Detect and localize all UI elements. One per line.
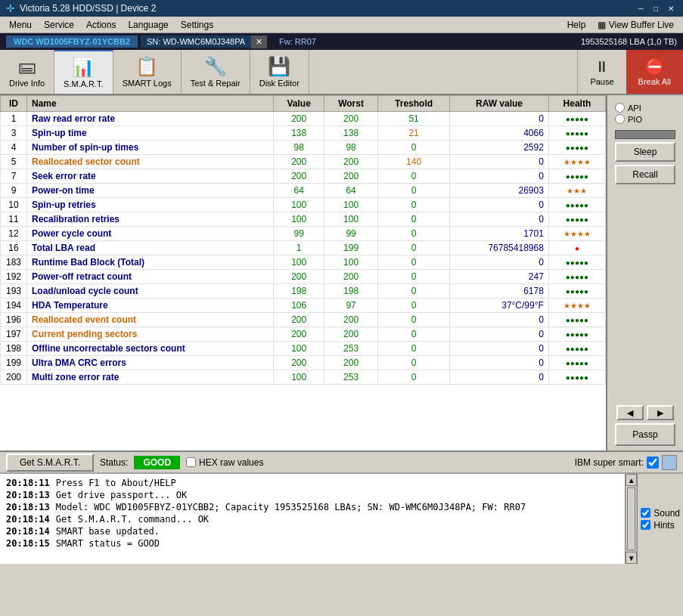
view-buffer-button[interactable]: ▦ View Buffer Live	[591, 18, 680, 32]
cell-raw: 247	[450, 270, 549, 284]
table-row[interactable]: 4 Number of spin-up times 98 98 0 2592 ●…	[1, 141, 606, 155]
smart-button[interactable]: 📊 S.M.A.R.T.	[54, 50, 113, 94]
main-content: ID Name Value Worst Treshold RAW value H…	[0, 95, 683, 450]
cell-raw: 0	[450, 112, 549, 126]
cell-name: Spin-up retries	[27, 198, 274, 212]
cell-value: 198	[274, 284, 324, 299]
table-row[interactable]: 7 Seek error rate 200 200 0 0 ●●●●●	[1, 169, 606, 184]
table-row[interactable]: 16 Total LBA read 1 199 0 76785418968 ●	[1, 241, 606, 255]
cell-id: 196	[1, 313, 27, 327]
table-row[interactable]: 11 Recalibration retries 100 100 0 0 ●●●…	[1, 212, 606, 227]
pause-label: Pause	[590, 77, 613, 86]
hex-checkbox-label[interactable]: HEX raw values	[186, 457, 263, 468]
menu-item-language[interactable]: Language	[122, 18, 174, 32]
cell-health: ●●●●●	[548, 370, 605, 385]
table-row[interactable]: 193 Load/unload cycle count 198 198 0 61…	[1, 284, 606, 299]
cell-id: 3	[1, 126, 27, 141]
hints-checkbox[interactable]	[641, 520, 650, 530]
menu-item-actions[interactable]: Actions	[80, 18, 122, 32]
drive-info-icon: 🖴	[18, 56, 36, 77]
table-row[interactable]: 194 HDA Temperature 106 97 0 37°C/99°F ★…	[1, 299, 606, 313]
ibm-square-button[interactable]	[662, 455, 677, 470]
smart-logs-button[interactable]: 📋 SMART Logs	[113, 50, 182, 94]
api-radio[interactable]	[615, 103, 625, 113]
close-button[interactable]: ✕	[665, 2, 677, 14]
cell-value: 200	[274, 327, 324, 342]
pio-radio-item[interactable]: PIO	[615, 114, 675, 124]
cell-name: Spin-up time	[27, 126, 274, 141]
drive-close-button[interactable]: ✕	[251, 36, 267, 48]
cell-worst: 97	[324, 299, 378, 313]
disk-editor-icon: 💾	[268, 56, 290, 77]
log-line: 20:18:11Press F1 to About/HELP	[6, 477, 619, 489]
cell-id: 197	[1, 327, 27, 342]
cell-health: ●●●●●	[548, 212, 605, 227]
cell-threshold: 0	[377, 284, 449, 299]
hints-check-item[interactable]: Hints	[641, 520, 680, 531]
cell-threshold: 0	[377, 227, 449, 241]
drive-name[interactable]: WDC WD1005FBYZ-01YCBB2	[6, 36, 138, 48]
cell-health: ★★★★	[548, 227, 605, 241]
api-radio-item[interactable]: API	[615, 103, 675, 113]
header-worst: Worst	[324, 96, 378, 112]
test-repair-button[interactable]: 🔧 Test & Repair	[182, 50, 250, 94]
ibm-label: IBM super smart:	[575, 457, 644, 468]
cell-name: Multi zone error rate	[27, 370, 274, 385]
table-row[interactable]: 196 Reallocated event count 200 200 0 0 …	[1, 313, 606, 327]
cell-raw: 0	[450, 198, 549, 212]
cell-name: Runtime Bad Block (Total)	[27, 255, 274, 270]
passp-button[interactable]: Passp	[615, 423, 675, 446]
table-row[interactable]: 10 Spin-up retries 100 100 0 0 ●●●●●	[1, 198, 606, 212]
table-row[interactable]: 12 Power cycle count 99 99 0 1701 ★★★★	[1, 227, 606, 241]
maximize-button[interactable]: □	[650, 2, 662, 14]
sound-check-item[interactable]: Sound	[641, 508, 680, 518]
get-smart-button[interactable]: Get S.M.A.R.T.	[6, 453, 94, 472]
drive-lba: 1953525168 LBA (1,0 TB)	[581, 37, 677, 46]
pio-radio[interactable]	[615, 114, 625, 124]
table-row[interactable]: 198 Offline uncorrectable sectors count …	[1, 342, 606, 356]
table-row[interactable]: 3 Spin-up time 138 138 21 4066 ●●●●●	[1, 126, 606, 141]
cell-name: Power-on time	[27, 184, 274, 198]
drive-info-button[interactable]: 🖴 Drive Info	[0, 50, 54, 94]
table-row[interactable]: 192 Power-off retract count 200 200 0 24…	[1, 270, 606, 284]
table-row[interactable]: 199 Ultra DMA CRC errors 200 200 0 0 ●●●…	[1, 356, 606, 370]
menu-item-settings[interactable]: Settings	[175, 18, 219, 32]
table-row[interactable]: 5 Reallocated sector count 200 200 140 0…	[1, 155, 606, 169]
table-row[interactable]: 197 Current pending sectors 200 200 0 0 …	[1, 327, 606, 342]
table-row[interactable]: 200 Multi zone error rate 100 253 0 0 ●●…	[1, 370, 606, 385]
cell-value: 64	[274, 184, 324, 198]
scroll-down-button[interactable]: ▼	[626, 552, 637, 564]
log-scrollbar[interactable]: ▲ ▼	[625, 474, 637, 564]
smart-logs-icon: 📋	[135, 56, 158, 77]
disk-editor-button[interactable]: 💾 Disk Editor	[250, 50, 309, 94]
status-label: Status:	[100, 457, 128, 468]
small-btn-left[interactable]: ◀	[616, 405, 644, 420]
log-line: 20:18:14Get S.M.A.R.T. command... OK	[6, 513, 619, 525]
pause-button[interactable]: ⏸ Pause	[577, 50, 626, 94]
cell-raw: 4066	[450, 126, 549, 141]
sound-checkbox[interactable]	[641, 508, 650, 518]
minimize-button[interactable]: ─	[635, 2, 647, 14]
ibm-checkbox[interactable]	[647, 457, 659, 469]
cell-health: ●●●●●	[548, 255, 605, 270]
small-btn-right[interactable]: ▶	[647, 405, 674, 420]
smart-table-container[interactable]: ID Name Value Worst Treshold RAW value H…	[0, 95, 607, 450]
smart-icon: 📊	[72, 57, 95, 78]
table-row[interactable]: 1 Raw read error rate 200 200 51 0 ●●●●●	[1, 112, 606, 126]
menu-item-help[interactable]: Help	[561, 18, 592, 32]
break-all-button[interactable]: ⛔ Break All	[626, 50, 683, 94]
hex-checkbox[interactable]	[186, 457, 196, 467]
cell-value: 99	[274, 227, 324, 241]
cell-value: 200	[274, 270, 324, 284]
menu-item-service[interactable]: Service	[38, 18, 80, 32]
sleep-button[interactable]: Sleep	[615, 142, 675, 162]
scroll-thumb[interactable]	[627, 488, 635, 550]
cell-raw: 0	[450, 313, 549, 327]
menu-item-menu[interactable]: Menu	[3, 18, 38, 32]
recall-button[interactable]: Recall	[615, 165, 675, 184]
table-row[interactable]: 183 Runtime Bad Block (Total) 100 100 0 …	[1, 255, 606, 270]
log-message: SMART status = GOOD	[56, 538, 160, 549]
table-row[interactable]: 9 Power-on time 64 64 0 26903 ★★★	[1, 184, 606, 198]
log-content[interactable]: 20:18:11Press F1 to About/HELP20:18:13Ge…	[0, 474, 625, 564]
scroll-up-button[interactable]: ▲	[626, 474, 637, 486]
